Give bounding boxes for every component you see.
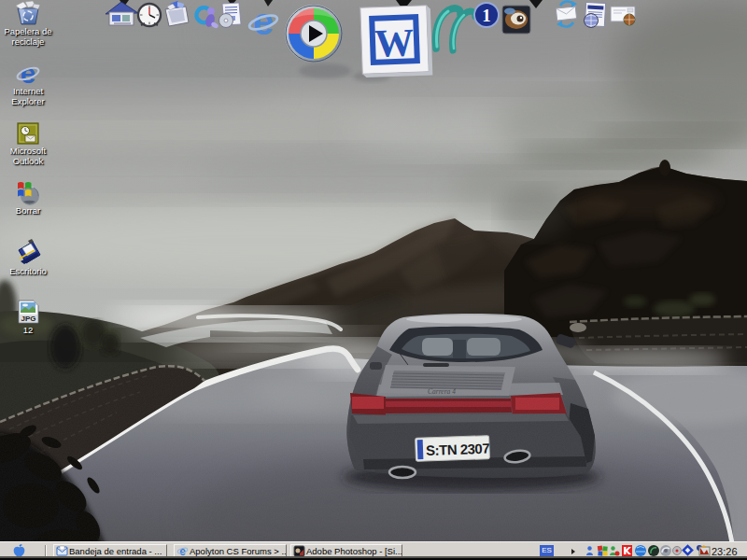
svg-text:e: e (253, 1, 274, 42)
svg-text:JPG: JPG (21, 315, 35, 323)
svg-text:W: W (374, 21, 415, 64)
svg-text:e: e (21, 58, 36, 89)
svg-text:1: 1 (482, 6, 491, 25)
